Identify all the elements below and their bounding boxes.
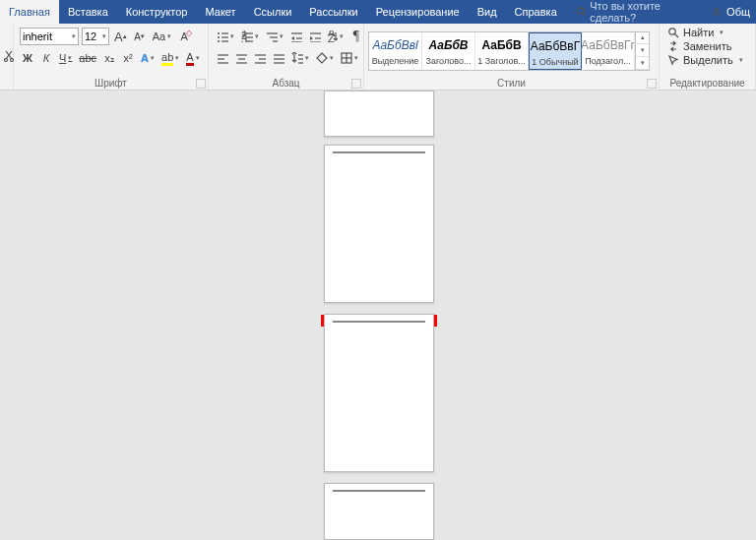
show-hide-marks-button[interactable]: ¶	[348, 28, 364, 45]
superscript-button[interactable]: x²	[120, 49, 136, 67]
page-thumbnail-4[interactable]	[324, 483, 434, 540]
change-case-button[interactable]: Aa	[151, 28, 173, 45]
page-thumbnail-2[interactable]	[324, 145, 434, 303]
style-item[interactable]: АаБбВ1 Заголов...	[475, 32, 529, 70]
font-name-combo[interactable]: inherit▾	[20, 28, 79, 45]
decrease-indent-button[interactable]	[288, 28, 304, 45]
tab-вставка[interactable]: Вставка	[59, 0, 117, 24]
align-left-button[interactable]	[215, 49, 230, 67]
tab-вид[interactable]: Вид	[469, 0, 506, 24]
tab-рецензирование[interactable]: Рецензирование	[367, 0, 469, 24]
justify-button[interactable]	[271, 49, 286, 67]
font-group: inherit▾ 12▾ A▴ A▾ Aa A◇ Ж К Ч abc x₂ x²…	[14, 24, 209, 90]
page-header-rule	[333, 321, 425, 323]
style-item[interactable]: АаБбВвГ1 Обычный	[529, 32, 582, 70]
svg-point-5	[218, 32, 220, 34]
sort-button[interactable]: AZ	[326, 28, 346, 45]
paragraph-dialog-launcher[interactable]	[351, 79, 361, 89]
paragraph-group: 123 AZ ¶ Абзац	[209, 24, 364, 90]
page-thumbnail-3[interactable]	[324, 314, 434, 472]
svg-line-1	[583, 14, 586, 18]
style-item[interactable]: АаБбВвlВыделение	[369, 32, 422, 70]
tab-рассылки[interactable]: Рассылки	[300, 0, 366, 24]
tab-конструктор[interactable]: Конструктор	[117, 0, 197, 24]
svg-line-47	[675, 34, 679, 38]
align-center-button[interactable]	[233, 49, 249, 67]
tab-макет[interactable]: Макет	[196, 0, 244, 24]
borders-button[interactable]	[339, 49, 360, 67]
select-button[interactable]: Выделить▾	[663, 53, 751, 67]
share-label: Общ	[726, 6, 750, 18]
align-right-button[interactable]	[252, 49, 268, 67]
tab-ссылки[interactable]: Ссылки	[245, 0, 301, 24]
page-header-rule	[333, 151, 425, 153]
style-item[interactable]: АаБбВвГгПодзагол...	[582, 32, 635, 70]
svg-point-46	[669, 29, 675, 34]
svg-point-0	[578, 8, 584, 14]
font-size-combo[interactable]: 12▾	[82, 28, 109, 45]
italic-button[interactable]: К	[38, 49, 54, 67]
svg-point-2	[715, 8, 719, 12]
replace-button[interactable]: Заменить	[663, 39, 751, 53]
paragraph-group-label: Абзац	[209, 78, 363, 90]
document-canvas[interactable]	[0, 90, 756, 540]
tab-главная[interactable]: Главная	[0, 0, 59, 24]
shading-button[interactable]	[314, 49, 336, 67]
styles-dialog-launcher[interactable]	[647, 79, 657, 89]
svg-text:Z: Z	[328, 32, 335, 42]
clipboard-group	[0, 24, 14, 90]
highlight-color-button[interactable]: ab	[159, 49, 181, 67]
title-bar: ГлавнаяВставкаКонструкторМакетСсылкиРасс…	[0, 0, 756, 24]
svg-point-7	[218, 36, 220, 38]
bullets-button[interactable]	[215, 28, 236, 45]
svg-point-9	[218, 40, 220, 42]
styles-gallery-scroll[interactable]: ▴▾▾	[635, 32, 649, 70]
find-button[interactable]: Найти▾	[663, 26, 751, 39]
styles-gallery[interactable]: АаБбВвlВыделениеАаБбВЗаголово...АаБбВ1 З…	[368, 31, 650, 71]
clear-formatting-button[interactable]: A◇	[176, 28, 192, 45]
shrink-font-button[interactable]: A▾	[132, 28, 148, 45]
font-color-button[interactable]: A	[184, 49, 201, 67]
style-item[interactable]: АаБбВЗаголово...	[422, 32, 475, 70]
styles-group-label: Стили	[364, 78, 659, 90]
styles-group: АаБбВвlВыделениеАаБбВЗаголово...АаБбВ1 З…	[364, 24, 660, 90]
font-group-label: Шрифт	[14, 78, 208, 90]
font-dialog-launcher[interactable]	[196, 79, 206, 89]
multilevel-list-button[interactable]	[264, 28, 285, 45]
tab-справка[interactable]: Справка	[506, 0, 566, 24]
line-spacing-button[interactable]	[289, 49, 311, 67]
grow-font-button[interactable]: A▴	[112, 28, 129, 45]
tell-me-placeholder: Что вы хотите сделать?	[590, 0, 695, 24]
strikethrough-button[interactable]: abc	[77, 49, 98, 67]
page-thumbnail-1[interactable]	[324, 90, 434, 137]
svg-point-3	[5, 59, 8, 62]
ribbon: inherit▾ 12▾ A▴ A▾ Aa A◇ Ж К Ч abc x₂ x²…	[0, 24, 756, 90]
underline-button[interactable]: Ч	[57, 49, 74, 67]
numbering-button[interactable]: 123	[239, 28, 261, 45]
subscript-button[interactable]: x₂	[101, 49, 117, 67]
bold-button[interactable]: Ж	[20, 49, 35, 67]
text-effects-button[interactable]: A	[139, 49, 157, 67]
tell-me-search[interactable]: Что вы хотите сделать?	[566, 0, 705, 24]
cut-icon[interactable]	[4, 49, 14, 63]
page-header-rule	[333, 490, 425, 492]
editing-group-label: Редактирование	[660, 78, 755, 90]
editing-group: Найти▾ Заменить Выделить▾ Редактирование	[660, 24, 756, 90]
increase-indent-button[interactable]	[307, 28, 323, 45]
share-button[interactable]: Общ	[705, 0, 756, 24]
